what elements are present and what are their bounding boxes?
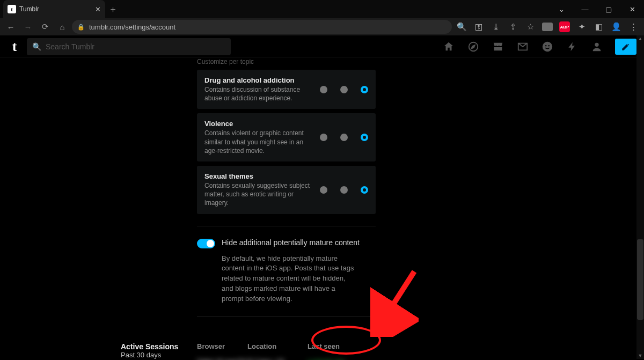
search-icon: 🔍 bbox=[32, 42, 41, 51]
tumblr-topnav: t 🔍 Search Tumblr bbox=[0, 35, 644, 58]
session-location: El Cajon, US bbox=[247, 358, 308, 360]
extension-rk-icon[interactable] bbox=[540, 19, 555, 34]
reload-button[interactable]: ⟳ bbox=[38, 22, 53, 32]
topic-sexual-themes: Sexual themes Contains sexually suggesti… bbox=[197, 166, 376, 214]
divider bbox=[197, 226, 376, 226]
sessions-heading: Active Sessions bbox=[121, 342, 197, 351]
active-sessions-section: Active Sessions Past 30 days Browser Loc… bbox=[121, 342, 376, 360]
topic-description: Contains discussion of substance abuse o… bbox=[204, 85, 313, 102]
scrollbar-thumb[interactable] bbox=[637, 239, 643, 320]
share-icon[interactable]: ⇪ bbox=[506, 19, 521, 34]
radio-option-3-selected[interactable] bbox=[361, 134, 368, 141]
search-placeholder: Search Tumblr bbox=[46, 42, 94, 51]
sessions-subheading: Past 30 days bbox=[121, 351, 197, 359]
sessions-header-row: Browser Location Last seen bbox=[197, 342, 376, 350]
tab-title: Tumblr bbox=[19, 5, 92, 13]
hide-mature-toggle[interactable] bbox=[197, 239, 215, 248]
compose-post-button[interactable] bbox=[615, 39, 636, 55]
window-controls: ⌄ ― ▢ ✕ bbox=[550, 0, 644, 18]
hide-mature-description: By default, we hide potentially mature c… bbox=[197, 254, 358, 304]
kebab-menu-icon[interactable]: ⋮ bbox=[626, 19, 641, 34]
topic-description: Contains sexually suggestive subject mat… bbox=[204, 181, 313, 208]
divider bbox=[197, 316, 376, 317]
col-browser: Browser bbox=[197, 342, 247, 350]
forward-button[interactable]: → bbox=[20, 23, 35, 32]
topic-title: Violence bbox=[204, 120, 313, 128]
radio-option-3-selected[interactable] bbox=[361, 86, 368, 93]
topic-radio-group bbox=[320, 134, 368, 141]
home-button[interactable]: ⌂ bbox=[55, 23, 70, 32]
topic-drugs: Drug and alcohol addiction Contains disc… bbox=[197, 70, 376, 109]
address-bar[interactable]: 🔒 tumblr.com/settings/account bbox=[72, 20, 452, 34]
radio-option-2[interactable] bbox=[340, 186, 348, 194]
minimize-icon[interactable]: ― bbox=[573, 0, 597, 18]
close-window-icon[interactable]: ✕ bbox=[620, 0, 644, 18]
close-tab-icon[interactable]: ✕ bbox=[95, 5, 101, 13]
side-panel-icon[interactable]: ◧ bbox=[591, 19, 606, 34]
search-input[interactable]: 🔍 Search Tumblr bbox=[27, 38, 231, 55]
radio-option-2[interactable] bbox=[340, 134, 348, 141]
activity-bolt-icon[interactable] bbox=[566, 40, 579, 53]
topic-violence: Violence Contains violent or graphic con… bbox=[197, 113, 376, 161]
radio-option-2[interactable] bbox=[340, 86, 348, 93]
key-icon[interactable]: ⚿ bbox=[471, 19, 486, 34]
messaging-smile-icon[interactable] bbox=[541, 40, 554, 53]
col-lastseen: Last seen bbox=[308, 342, 376, 350]
svg-point-1 bbox=[543, 41, 552, 51]
browser-tab[interactable]: t Tumblr ✕ bbox=[3, 0, 105, 18]
topic-description: Contains violent or graphic content simi… bbox=[204, 129, 313, 155]
toolbar-actions: 🔍 ⚿ ⤓ ⇪ ☆ ABP ✦ ◧ 👤 ⋮ bbox=[454, 19, 641, 34]
inbox-envelope-icon[interactable] bbox=[516, 40, 529, 53]
extensions-puzzle-icon[interactable]: ✦ bbox=[574, 19, 589, 34]
new-tab-button[interactable]: ＋ bbox=[105, 2, 120, 17]
window-titlebar: t Tumblr ✕ ＋ ⌄ ― ▢ ✕ bbox=[0, 0, 644, 18]
hide-mature-label: Hide additional potentially mature conte… bbox=[222, 238, 360, 247]
svg-point-3 bbox=[548, 45, 550, 46]
extension-adblock-icon[interactable]: ABP bbox=[557, 19, 572, 34]
topic-heading-cutoff: Customize per topic bbox=[197, 58, 376, 65]
maximize-icon[interactable]: ▢ bbox=[597, 0, 620, 18]
session-lastseen: a minute ago bbox=[308, 358, 376, 360]
col-location: Location bbox=[247, 342, 308, 350]
explore-compass-icon[interactable] bbox=[467, 40, 480, 53]
sessions-row: Safari 16 macOS 13 El Cajon, US a minute… bbox=[197, 358, 376, 360]
url-text: tumblr.com/settings/account bbox=[89, 23, 175, 31]
back-button[interactable]: ← bbox=[3, 23, 18, 32]
search-icon[interactable]: 🔍 bbox=[454, 19, 469, 34]
lock-icon: 🔒 bbox=[77, 24, 85, 31]
scroll-down-icon[interactable]: ▼ bbox=[638, 353, 643, 358]
topic-title: Sexual themes bbox=[204, 172, 313, 180]
profile-avatar-icon[interactable]: 👤 bbox=[609, 19, 624, 34]
radio-option-1[interactable] bbox=[320, 86, 327, 93]
radio-option-1[interactable] bbox=[320, 134, 327, 141]
account-person-icon[interactable] bbox=[590, 40, 603, 53]
topic-radio-group bbox=[320, 86, 368, 93]
scrollbar[interactable]: ▲ ▼ bbox=[636, 35, 644, 359]
settings-content: Customize per topic Drug and alcohol add… bbox=[0, 58, 644, 360]
scroll-up-icon[interactable]: ▲ bbox=[638, 36, 643, 41]
home-icon[interactable] bbox=[442, 40, 455, 53]
tumblr-logo[interactable]: t bbox=[8, 40, 21, 54]
radio-option-3-selected[interactable] bbox=[361, 186, 368, 194]
store-icon[interactable] bbox=[492, 40, 504, 53]
session-browser: Safari 16 macOS 13 bbox=[197, 358, 247, 360]
browser-toolbar: ← → ⟳ ⌂ 🔒 tumblr.com/settings/account 🔍 … bbox=[0, 18, 644, 35]
tumblr-favicon: t bbox=[8, 5, 16, 13]
star-icon[interactable]: ☆ bbox=[523, 19, 538, 34]
install-icon[interactable]: ⤓ bbox=[488, 19, 503, 34]
radio-option-1[interactable] bbox=[320, 186, 327, 194]
topic-title: Drug and alcohol addiction bbox=[204, 76, 313, 84]
svg-point-2 bbox=[545, 45, 547, 46]
topic-radio-group bbox=[320, 186, 368, 194]
svg-point-4 bbox=[595, 42, 598, 46]
caret-down-icon[interactable]: ⌄ bbox=[550, 0, 573, 18]
